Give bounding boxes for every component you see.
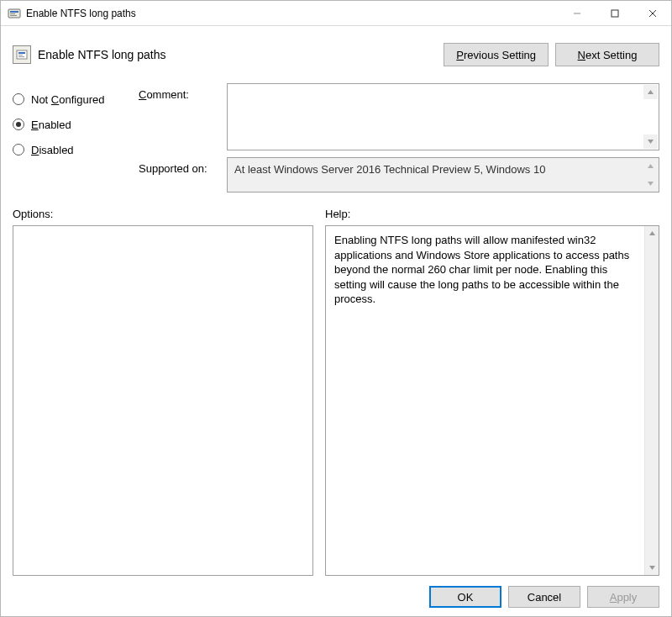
dialog-window: Enable NTFS long paths — [0, 0, 672, 617]
help-scrollbar[interactable] — [644, 226, 659, 575]
svg-rect-5 — [612, 10, 618, 17]
svg-marker-13 — [648, 140, 654, 144]
svg-rect-2 — [10, 13, 15, 14]
apply-button[interactable]: Apply — [587, 586, 659, 608]
minimize-button[interactable] — [558, 1, 596, 25]
scroll-down-icon[interactable] — [643, 134, 658, 149]
svg-marker-14 — [648, 164, 654, 168]
help-content: Enabling NTFS long paths will allow mani… — [334, 234, 629, 305]
dialog-buttons: OK Cancel Apply — [13, 576, 659, 608]
window-controls — [558, 1, 671, 25]
radio-disabled[interactable]: Disabled — [13, 137, 139, 162]
radio-label-disabled: Disabled — [31, 144, 74, 156]
svg-rect-11 — [18, 56, 24, 57]
scroll-up-icon[interactable] — [643, 159, 658, 173]
title-bar: Enable NTFS long paths — [1, 1, 671, 26]
maximize-button[interactable] — [596, 1, 633, 25]
radio-label-not-configured: Not Configured — [31, 93, 104, 106]
radio-circle-icon — [13, 119, 24, 130]
options-label: Options: — [13, 208, 325, 220]
policy-icon — [13, 45, 31, 64]
comment-label: Comment: — [139, 83, 227, 150]
policy-name: Enable NTFS long paths — [38, 48, 166, 61]
fields-column: Comment: Supported on: At least Windows … — [139, 83, 659, 192]
radio-circle-icon — [13, 144, 24, 156]
policy-title-icon — [8, 7, 21, 20]
policy-header: Enable NTFS long paths Previous Setting … — [13, 34, 659, 75]
panels-row: Enabling NTFS long paths will allow mani… — [13, 225, 659, 576]
options-panel — [13, 225, 313, 576]
svg-marker-15 — [648, 182, 654, 186]
previous-setting-button[interactable]: Previous Setting — [444, 43, 549, 66]
config-section: Not Configured Enabled Disabled Comment: — [13, 83, 659, 192]
radio-circle-icon — [13, 93, 24, 105]
svg-marker-16 — [649, 231, 655, 235]
dialog-content: Enable NTFS long paths Previous Setting … — [1, 26, 671, 616]
supported-on-value: At least Windows Server 2016 Technical P… — [234, 163, 545, 176]
svg-rect-1 — [10, 11, 18, 13]
svg-rect-3 — [10, 15, 17, 16]
radio-not-configured[interactable]: Not Configured — [13, 87, 139, 112]
svg-rect-9 — [18, 52, 25, 54]
supported-row: Supported on: At least Windows Server 20… — [139, 157, 659, 192]
svg-marker-17 — [649, 566, 655, 570]
supported-on-box: At least Windows Server 2016 Technical P… — [227, 157, 659, 192]
scroll-down-icon[interactable] — [645, 561, 659, 575]
next-setting-button[interactable]: Next Setting — [555, 43, 659, 66]
scroll-up-icon[interactable] — [645, 226, 659, 240]
close-button[interactable] — [633, 1, 671, 25]
help-label: Help: — [325, 208, 350, 220]
scroll-up-icon[interactable] — [643, 85, 658, 99]
scroll-down-icon[interactable] — [643, 177, 658, 191]
cancel-button[interactable]: Cancel — [508, 586, 580, 608]
help-panel: Enabling NTFS long paths will allow mani… — [325, 225, 659, 576]
radio-label-enabled: Enabled — [31, 119, 71, 131]
window-title: Enable NTFS long paths — [26, 8, 558, 19]
supported-label: Supported on: — [139, 157, 227, 192]
radio-enabled[interactable]: Enabled — [13, 112, 139, 137]
ok-button[interactable]: OK — [429, 586, 501, 608]
state-radio-group: Not Configured Enabled Disabled — [13, 83, 139, 192]
svg-rect-10 — [18, 55, 23, 55]
comment-row: Comment: — [139, 83, 659, 150]
svg-marker-12 — [648, 90, 654, 94]
panel-labels: Options: Help: — [13, 208, 659, 220]
comment-textarea[interactable] — [227, 83, 659, 150]
